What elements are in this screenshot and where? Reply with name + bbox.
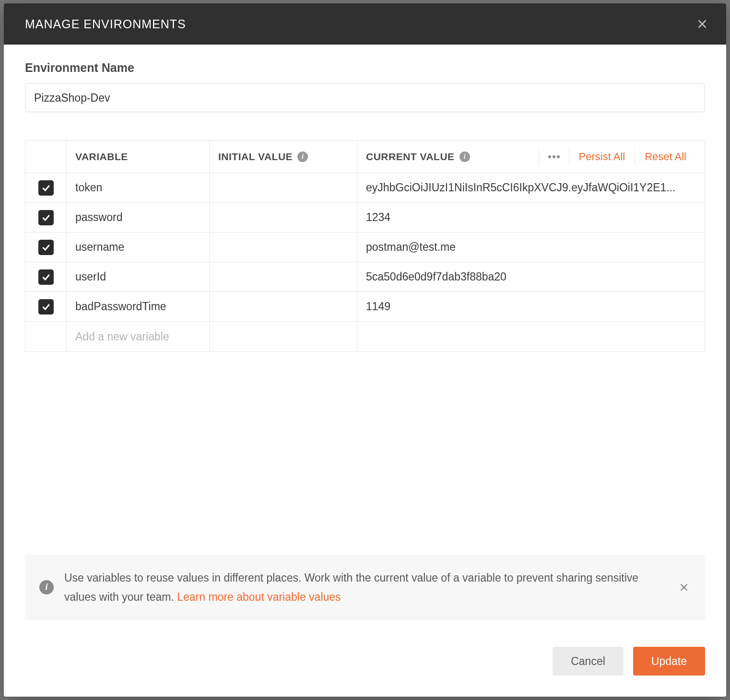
more-button[interactable] (539, 149, 569, 165)
header-actions: Persist All Reset All (539, 149, 705, 165)
table-row: username postman@test.me (25, 233, 705, 262)
header-initial-label: INITIAL VALUE (218, 151, 293, 163)
more-icon (548, 155, 560, 159)
notice-body: Use variables to reuse values in differe… (64, 572, 638, 603)
header-variable: VARIABLE (67, 140, 210, 173)
row-checkbox[interactable] (38, 299, 54, 315)
update-button[interactable]: Update (633, 647, 705, 676)
header-checkbox-col (25, 140, 67, 173)
modal-title: MANAGE ENVIRONMENTS (25, 17, 186, 31)
current-value[interactable]: 5ca50d6e0d9f7dab3f88ba20 (366, 270, 506, 283)
table-row: badPasswordTime 1149 (25, 292, 705, 322)
variables-table: VARIABLE INITIAL VALUE i CURRENT VALUE i (25, 140, 705, 352)
persist-all-button[interactable]: Persist All (569, 149, 635, 165)
check-icon (41, 272, 51, 282)
row-checkbox[interactable] (38, 240, 54, 255)
svg-point-2 (557, 155, 560, 158)
close-button[interactable] (695, 17, 709, 31)
modal-body: Environment Name VARIABLE INITIAL VALUE … (4, 45, 726, 555)
svg-point-0 (548, 155, 551, 158)
variable-name[interactable]: password (75, 211, 122, 224)
manage-environments-modal: MANAGE ENVIRONMENTS Environment Name VAR… (4, 3, 726, 697)
info-notice: i Use variables to reuse values in diffe… (25, 555, 705, 620)
check-icon (41, 302, 51, 312)
current-value[interactable]: postman@test.me (366, 241, 456, 254)
info-icon: i (39, 580, 54, 595)
new-current-cell[interactable] (357, 322, 705, 351)
table-row-new: Add a new variable (25, 322, 705, 351)
notice-close-button[interactable] (677, 581, 691, 594)
row-checkbox[interactable] (38, 210, 54, 225)
notice-text: Use variables to reuse values in differe… (64, 568, 667, 607)
cancel-button[interactable]: Cancel (553, 647, 624, 676)
environment-name-label: Environment Name (25, 61, 705, 75)
title-bar: MANAGE ENVIRONMENTS (4, 3, 726, 45)
modal-footer: Cancel Update (4, 620, 726, 697)
row-checkbox[interactable] (38, 269, 54, 285)
close-icon (696, 18, 708, 30)
current-value[interactable]: eyJhbGciOiJIUzI1NiIsInR5cCI6IkpXVCJ9.eyJ… (366, 181, 676, 194)
variable-name[interactable]: badPasswordTime (75, 300, 166, 313)
current-value[interactable]: 1234 (366, 211, 390, 224)
variable-name[interactable]: token (75, 181, 102, 194)
new-initial-cell[interactable] (210, 322, 357, 351)
info-icon[interactable]: i (459, 152, 470, 162)
check-icon (41, 183, 51, 193)
info-icon[interactable]: i (297, 152, 308, 162)
environment-name-input[interactable] (25, 83, 705, 112)
reset-all-button[interactable]: Reset All (635, 149, 696, 165)
table-row: userId 5ca50d6e0d9f7dab3f88ba20 (25, 262, 705, 292)
check-icon (41, 213, 51, 222)
table-header: VARIABLE INITIAL VALUE i CURRENT VALUE i (25, 140, 705, 173)
header-variable-label: VARIABLE (75, 151, 128, 163)
header-current-label: CURRENT VALUE (366, 151, 455, 163)
check-icon (41, 243, 51, 252)
svg-point-1 (553, 155, 555, 158)
new-variable-placeholder[interactable]: Add a new variable (75, 330, 169, 343)
variable-name[interactable]: userId (75, 270, 106, 283)
header-current-wrap: CURRENT VALUE i Persist All Reset All (357, 140, 705, 173)
table-row: password 1234 (25, 203, 705, 233)
table-row: token eyJhbGciOiJIUzI1NiIsInR5cCI6IkpXVC… (25, 173, 705, 203)
close-icon (679, 582, 689, 593)
row-checkbox[interactable] (38, 180, 54, 196)
header-initial-value: INITIAL VALUE i (210, 140, 357, 173)
variable-name[interactable]: username (75, 241, 124, 254)
current-value[interactable]: 1149 (366, 300, 390, 313)
learn-more-link[interactable]: Learn more about variable values (177, 591, 341, 603)
